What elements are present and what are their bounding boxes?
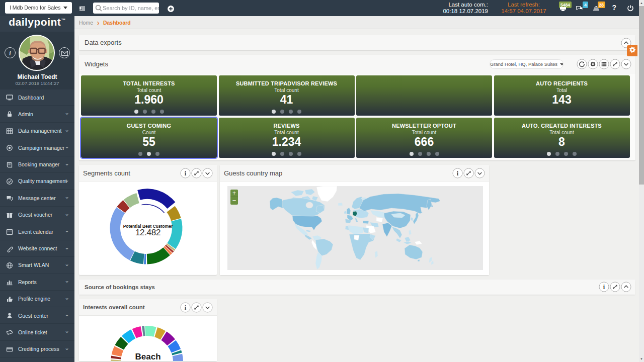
svg-text:i: i xyxy=(603,284,605,291)
svg-text:i: i xyxy=(457,169,459,176)
svg-text:i: i xyxy=(185,169,187,176)
svg-text:i: i xyxy=(185,304,187,311)
